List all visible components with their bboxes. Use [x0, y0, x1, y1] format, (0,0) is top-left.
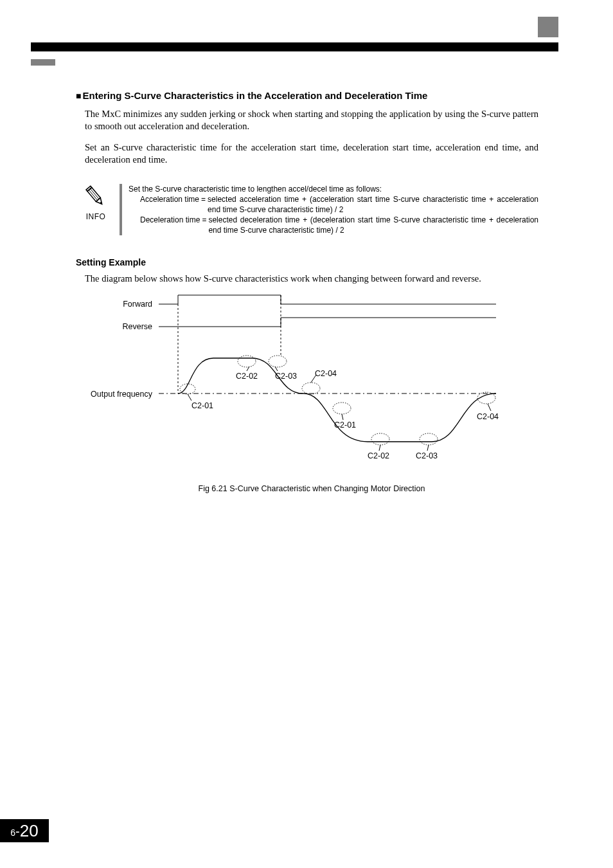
- diagram-container: Forward Reverse Output frequency: [85, 294, 538, 493]
- section-heading: ■ Entering S-Curve Characteristics in th…: [76, 90, 538, 102]
- paragraph-2: Set an S-curve characteristic time for t…: [85, 141, 538, 166]
- svg-point-23: [420, 433, 438, 445]
- info-lead: Set the S-curve characteristic time to l…: [129, 184, 538, 194]
- svg-line-31: [427, 445, 429, 451]
- svg-line-25: [188, 394, 191, 401]
- label-c204-top: C2-04: [315, 369, 337, 378]
- figure-caption: Fig 6.21 S-Curve Characteristic when Cha…: [85, 484, 538, 493]
- label-c201-top: C2-01: [191, 401, 213, 410]
- page-separator: -: [15, 822, 20, 839]
- info-divider: [120, 184, 122, 235]
- label-forward: Forward: [123, 300, 152, 309]
- svg-line-32: [488, 404, 491, 411]
- label-c202-top: C2-02: [236, 372, 258, 381]
- info-callout: INFO Set the S-curve characteristic time…: [76, 184, 538, 235]
- label-c203-bottom: C2-03: [416, 451, 438, 460]
- label-c203-top: C2-03: [275, 372, 297, 381]
- label-output-freq: Output frequency: [91, 390, 153, 399]
- info-decel-line: Deceleration time = selected deceleratio…: [140, 215, 538, 235]
- header-gray-square: [538, 17, 558, 37]
- equals-sign: =: [199, 194, 208, 215]
- svg-point-18: [238, 356, 256, 367]
- info-accel-line: Acceleration time = selected acceleratio…: [140, 194, 538, 215]
- label-c202-bottom: C2-02: [368, 451, 389, 460]
- svg-point-20: [302, 383, 320, 394]
- page-num: 20: [20, 821, 39, 841]
- page-number: 6 - 20: [0, 819, 49, 842]
- info-accel-rhs: selected acceleration time + (accelerati…: [208, 194, 538, 215]
- pencil-icon: [84, 185, 107, 208]
- paragraph-1: The MxC minimizes any sudden jerking or …: [85, 108, 538, 132]
- svg-point-19: [269, 356, 287, 367]
- svg-point-21: [333, 402, 351, 414]
- equals-sign: =: [200, 215, 208, 235]
- label-c204-bottom: C2-04: [477, 412, 499, 421]
- heading-text: Entering S-Curve Characteristics in the …: [82, 90, 427, 102]
- svg-line-29: [342, 414, 343, 420]
- info-icon-column: INFO: [76, 184, 116, 235]
- heading-bullet: ■: [76, 90, 81, 102]
- info-decel-lhs: Deceleration time: [140, 215, 200, 235]
- svg-marker-3: [96, 198, 104, 206]
- page-content: ■ Entering S-Curve Characteristics in th…: [76, 90, 538, 493]
- info-decel-rhs: selected deceleration time + (decelerati…: [208, 215, 538, 235]
- svg-line-30: [379, 445, 380, 451]
- paragraph-3: The diagram below shows how S-curve char…: [85, 273, 538, 285]
- s-curve-diagram: Forward Reverse Output frequency: [85, 294, 535, 474]
- subsection-heading: Setting Example: [76, 257, 538, 267]
- label-reverse: Reverse: [122, 322, 152, 331]
- label-c201-bottom: C2-01: [334, 420, 356, 429]
- header-black-bar: [31, 42, 558, 51]
- info-text: Set the S-curve characteristic time to l…: [129, 184, 538, 235]
- svg-rect-5: [86, 186, 92, 191]
- page-chapter: 6: [10, 824, 15, 838]
- info-label: INFO: [86, 212, 106, 221]
- info-accel-lhs: Acceleration time: [140, 194, 199, 215]
- header-gray-tab: [31, 59, 55, 66]
- svg-point-22: [371, 433, 389, 445]
